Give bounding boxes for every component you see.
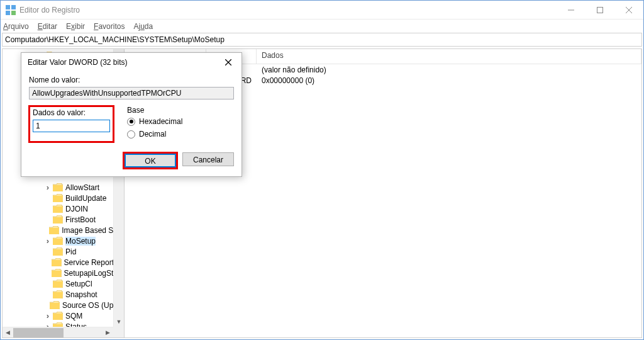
chevron-right-icon[interactable]: › xyxy=(44,311,52,320)
folder-icon xyxy=(52,269,62,277)
value-name-input[interactable] xyxy=(29,87,234,99)
menu-favoritos[interactable]: Favoritos xyxy=(94,22,125,31)
edit-dword-dialog: Editar Valor DWORD (32 bits) Nome do val… xyxy=(21,52,242,177)
radio-dec-indicator xyxy=(127,130,135,139)
scroll-right-arrow-icon[interactable]: ▶ xyxy=(103,327,113,338)
tree-item-label: Pid xyxy=(65,247,76,256)
folder-icon xyxy=(50,301,60,309)
folder-icon xyxy=(53,247,63,256)
chevron-right-icon[interactable]: › xyxy=(44,236,52,246)
dialog-titlebar: Editar Valor DWORD (32 bits) xyxy=(21,53,242,72)
tree-item[interactable]: Image Based Setu xyxy=(3,225,124,235)
radio-hex-indicator xyxy=(127,118,135,126)
app-icon xyxy=(6,5,16,15)
value-data-label: Dados do valor: xyxy=(33,108,110,117)
titlebar: Editor do Registro xyxy=(1,1,643,20)
tree-item[interactable]: Service Reporting xyxy=(3,257,124,268)
tree-item-label: AllowStart xyxy=(65,183,99,192)
radio-hex[interactable]: Hexadecimal xyxy=(127,117,234,126)
maximize-button[interactable] xyxy=(586,1,614,20)
scroll-left-arrow-icon[interactable]: ◀ xyxy=(3,327,13,338)
ok-button[interactable]: OK xyxy=(125,154,176,167)
close-button[interactable] xyxy=(614,1,643,20)
folder-icon xyxy=(53,290,63,298)
list-cell-data: (valor não definido) xyxy=(257,65,641,74)
folder-icon xyxy=(53,312,63,320)
radio-dec[interactable]: Decimal xyxy=(127,130,234,139)
folder-icon xyxy=(53,280,63,288)
tree-item[interactable]: SetupapiLogStatu xyxy=(3,268,124,278)
folder-icon xyxy=(52,258,62,266)
tree-item[interactable]: ›SQM xyxy=(3,310,124,321)
tree-item[interactable]: FirstBoot xyxy=(3,214,124,225)
tree-item-label: BuildUpdate xyxy=(65,194,106,203)
scroll-h-thumb[interactable] xyxy=(13,328,64,337)
folder-icon xyxy=(53,205,63,213)
chevron-right-icon[interactable]: › xyxy=(44,183,52,192)
folder-icon xyxy=(53,215,63,224)
tree-item[interactable]: ›AllowStart xyxy=(3,182,124,193)
address-text: Computador\HKEY_LOCAL_MACHINE\SYSTEM\Set… xyxy=(5,35,225,44)
tree-item-label: DJOIN xyxy=(65,205,88,213)
folder-icon xyxy=(53,194,63,202)
registry-editor-window: Editor do Registro Arquivo Editar Exibir… xyxy=(0,0,644,340)
radio-hex-label: Hexadecimal xyxy=(139,117,182,126)
window-title: Editor do Registro xyxy=(19,6,80,14)
cancel-button[interactable]: Cancelar xyxy=(182,152,234,166)
col-header-data[interactable]: Dados xyxy=(257,49,641,64)
tree-item[interactable]: Source OS (Updat xyxy=(3,300,124,310)
tree-item[interactable]: DJOIN xyxy=(3,203,124,214)
radio-dec-label: Decimal xyxy=(139,130,166,139)
folder-icon xyxy=(49,226,59,234)
list-cell-data: 0x00000000 (0) xyxy=(257,76,641,85)
tree-item[interactable]: Pid xyxy=(3,246,124,257)
tree-item[interactable]: BuildUpdate xyxy=(3,193,124,203)
value-data-input[interactable] xyxy=(33,120,110,132)
menu-exibir-label: ibir xyxy=(75,22,85,31)
address-bar[interactable]: Computador\HKEY_LOCAL_MACHINE\SYSTEM\Set… xyxy=(2,33,642,47)
tree-item[interactable]: SetupCl xyxy=(3,278,124,289)
menu-exibir[interactable]: Exibir xyxy=(66,22,85,31)
tree-item[interactable]: Snapshot xyxy=(3,289,124,300)
menu-arquivo[interactable]: Arquivo xyxy=(3,22,29,31)
menu-ajuda-label: da xyxy=(145,22,153,31)
dialog-title-text: Editar Valor DWORD (32 bits) xyxy=(28,58,127,67)
dialog-close-button[interactable] xyxy=(215,53,242,72)
tree-item-label: Snapshot xyxy=(65,290,97,299)
tree-item-label: MoSetup xyxy=(65,237,96,246)
folder-icon xyxy=(53,183,63,191)
scroll-corner xyxy=(113,327,124,337)
base-group: Base Hexadecimal Decimal xyxy=(127,106,234,142)
tree-horizontal-scrollbar[interactable]: ◀ ▶ xyxy=(3,327,113,337)
minimize-button[interactable] xyxy=(557,1,586,20)
tree-item[interactable]: ›MoSetup xyxy=(3,235,124,246)
svg-rect-4 xyxy=(597,7,603,13)
value-name-label: Nome do valor: xyxy=(29,76,234,84)
menubar: Arquivo Editar Exibir Favoritos Ajuda xyxy=(1,20,643,33)
tree-item-label: FirstBoot xyxy=(65,215,96,224)
scroll-down-arrow-icon[interactable]: ▼ xyxy=(114,316,125,327)
menu-editar-label: ditar xyxy=(43,22,57,31)
menu-arquivo-label: rquivo xyxy=(8,22,29,31)
base-label: Base xyxy=(127,106,234,115)
menu-editar[interactable]: Editar xyxy=(38,22,57,31)
menu-favoritos-label: avoritos xyxy=(98,22,125,31)
tree-item-label: SetupCl xyxy=(65,280,92,288)
value-data-group: Dados do valor: xyxy=(29,106,114,142)
folder-icon xyxy=(53,237,63,245)
menu-ajuda[interactable]: Ajuda xyxy=(133,22,153,31)
tree-item-label: SQM xyxy=(65,312,82,320)
